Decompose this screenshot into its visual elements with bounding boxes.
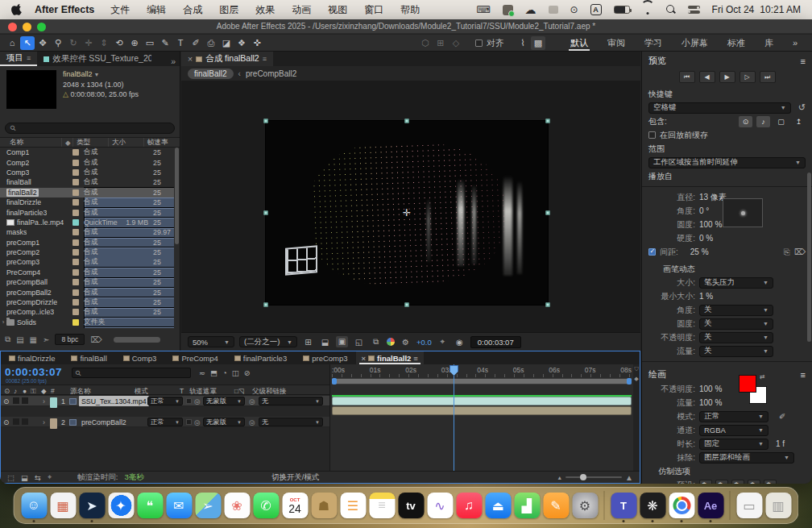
dock-app-icon[interactable]: ✆ (253, 493, 279, 518)
composition-mini-flowchart-icon[interactable]: ≂ (199, 368, 205, 377)
project-info-name[interactable]: finalBall2 (63, 70, 93, 78)
project-item-row[interactable]: preCompBall2 合成 25 (0, 287, 174, 297)
exposure-gear-icon[interactable]: ⚙ (400, 338, 412, 347)
breadcrumb-current[interactable]: finalBall2 (188, 69, 234, 79)
eyedropper-icon[interactable]: ✐ (779, 412, 785, 421)
project-item-row[interactable]: preComp2 合成 25 (0, 247, 174, 257)
input-source-icon[interactable]: A (590, 3, 602, 16)
toggle-mask-paths-icon[interactable]: ⬓ (319, 338, 331, 347)
clone-preset-button[interactable]: ☗3 (731, 480, 744, 484)
dock-app-icon[interactable]: ☗ (311, 493, 337, 518)
choose-grid-guides-icon[interactable]: ⊞ (302, 338, 314, 347)
workspace-tab[interactable]: 学习 (635, 35, 672, 52)
project-item-row[interactable]: preComp..icle3 合成 25 (0, 307, 174, 317)
min-size-value[interactable]: 1 % (699, 292, 713, 301)
workspace-tab[interactable]: 默认 (561, 35, 598, 52)
resolution-select[interactable]: (二分之一)▼ (239, 336, 297, 347)
apple-logo-icon[interactable] (11, 4, 22, 16)
duplicate-brush-icon[interactable]: ⎘ (784, 247, 790, 257)
parent-pickwhip-icon[interactable]: ◎ (249, 417, 255, 427)
dock-app-icon[interactable]: OCT24 (282, 493, 308, 518)
range-select[interactable]: 工作区域按当前时间延伸▼ (648, 157, 806, 168)
matte-pickwhip-icon[interactable]: ◎ (194, 417, 201, 427)
dock-app-icon[interactable]: ▦ (50, 493, 76, 518)
tool-button[interactable]: ⇕ (97, 36, 111, 50)
app-badge-icon[interactable] (503, 3, 513, 16)
markers-icon[interactable]: ⬓ (21, 473, 28, 482)
project-item-row[interactable]: finalBall 合成 25 (0, 177, 174, 187)
dock-app-icon[interactable]: ∿ (427, 493, 453, 518)
tool-button[interactable]: ⚲ (51, 36, 65, 50)
panel-menu-icon[interactable]: ≡ (263, 55, 267, 63)
motion-blur-icon[interactable]: ⊘ (244, 368, 251, 377)
paint-opacity-value[interactable]: 100 % (699, 385, 722, 393)
project-item-row[interactable]: PreComp4 合成 25 (0, 268, 174, 277)
clone-preset-button[interactable]: ☗2 (715, 480, 728, 484)
menubar-menu-item[interactable]: 文件 (110, 3, 130, 17)
close-window-button[interactable] (8, 23, 17, 31)
previous-frame-button[interactable]: ◀ (699, 71, 715, 83)
timeline-tab[interactable]: finalBall (63, 351, 114, 364)
timeline-layer-row[interactable]: ⊙ › 1 SSU_Tex..1304.mp4 正常▼ ◎ 无蒙版▼ ◎ 无▼ (1, 396, 329, 406)
world-axis-mode-icon[interactable]: ⊞ (433, 36, 448, 50)
last-frame-button[interactable]: ⏭ (760, 71, 776, 83)
project-item-row[interactable]: finalDrizzle 合成 25 (0, 197, 174, 207)
timeline-right-pane[interactable]: :00s01s02s03s04s05s06s07s08s (329, 364, 633, 471)
spacing-checkbox[interactable] (648, 248, 656, 256)
panel-menu-icon[interactable]: ≡ (801, 56, 806, 66)
workspace-overflow[interactable]: » (783, 35, 807, 52)
dock-item[interactable]: ✉ (166, 493, 193, 518)
tool-button[interactable]: T (173, 36, 188, 50)
zoom-window-button[interactable] (37, 23, 46, 31)
local-axis-mode-icon[interactable]: ⬡ (418, 36, 433, 50)
timeline-vscroll-icon[interactable]: ◆ (634, 376, 638, 382)
layer-label-chip[interactable] (50, 418, 57, 429)
selection-handle[interactable] (264, 119, 268, 123)
new-folder-icon[interactable]: ▤ (16, 335, 23, 344)
dock-item[interactable]: ➢ (195, 493, 222, 518)
next-frame-button[interactable]: ▷ (740, 71, 756, 83)
dock-item[interactable]: T (611, 493, 637, 518)
dock-app-icon[interactable]: ☺ (21, 493, 47, 518)
dock-item[interactable]: ▥ (765, 493, 792, 518)
tool-button[interactable]: ⎙ (204, 36, 218, 50)
pixel-aspect-icon[interactable]: ⧉ (370, 337, 382, 347)
layer-visibility-icon[interactable]: ⊙ (3, 417, 9, 427)
include-video-eye-icon[interactable]: ⊙ (739, 116, 752, 127)
dock-item[interactable]: ∿ (427, 493, 454, 518)
menubar-clock[interactable]: Fri Oct 24 10:21 AM (712, 4, 801, 15)
tool-button[interactable]: ✐ (188, 36, 203, 50)
project-bit-depth[interactable]: 8 bpc (55, 334, 85, 345)
tool-button[interactable]: ↖ (20, 36, 35, 50)
dock-item[interactable]: ▟ (514, 493, 541, 518)
exposure-value[interactable]: +0.0 (416, 338, 432, 347)
layer-audio-cell[interactable] (13, 397, 19, 404)
workspace-tab[interactable]: 审阅 (598, 35, 635, 52)
layer-mode-select[interactable]: 正常▼ (147, 418, 183, 426)
dock-app-icon[interactable]: ❝ (137, 493, 163, 518)
screen-mirroring-icon[interactable] (549, 3, 558, 16)
timeline-zoom-slider[interactable] (566, 476, 622, 478)
dock-app-icon[interactable]: ▥ (765, 493, 791, 518)
wifi-icon[interactable] (642, 3, 654, 16)
collect-files-icon[interactable]: ⧉ (5, 335, 10, 344)
project-item-row[interactable]: Comp3 合成 25 (0, 168, 174, 177)
dock-app-icon[interactable]: ❀ (224, 493, 250, 518)
include-overlays-icon[interactable]: ▢ (774, 116, 788, 127)
delete-item-icon[interactable]: ⌦ (90, 335, 102, 344)
panel-tab-overflow[interactable]: » (167, 56, 180, 66)
magnification-select[interactable]: 50%▼ (188, 336, 234, 347)
layer-parent-select[interactable]: 无▼ (259, 397, 323, 405)
right-panel-scrollbar[interactable] (807, 173, 811, 342)
timeline-tab[interactable]: preComp3 (295, 351, 355, 364)
composition-canvas[interactable]: ✛ (181, 81, 640, 332)
dock-app-icon[interactable]: ⏏ (485, 493, 511, 518)
delete-brush-icon[interactable]: ⌦ (794, 247, 806, 256)
layer-source-name[interactable]: preCompBall2 (79, 417, 129, 427)
dock-app-icon[interactable]: tv (398, 493, 424, 518)
tab-composition[interactable]: × 合成 finalBall2 ≡ (181, 52, 273, 66)
dock-item[interactable]: ▦ (50, 493, 77, 518)
control-center-icon[interactable] (688, 3, 700, 16)
minimize-window-button[interactable] (23, 23, 31, 31)
dock-item[interactable]: ⚙ (572, 493, 599, 518)
